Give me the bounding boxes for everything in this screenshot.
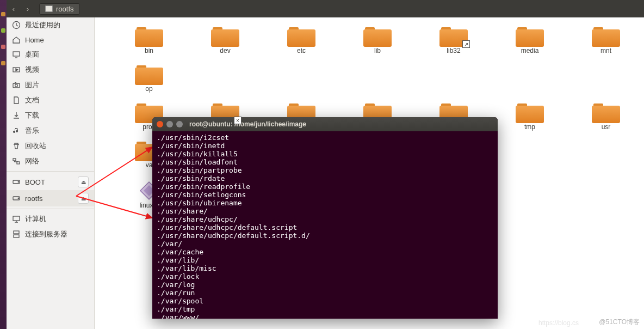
file-label: va bbox=[146, 161, 153, 169]
watermark-faint: https://blog.cs bbox=[538, 319, 579, 327]
svg-point-11 bbox=[18, 198, 19, 199]
folder-icon bbox=[211, 27, 239, 47]
sidebar-item-label: BOOT bbox=[25, 178, 45, 186]
file-label: dev bbox=[220, 47, 230, 54]
server-icon bbox=[12, 230, 21, 239]
sidebar: 最近使用的Home桌面视频图片文档下载音乐回收站网络 BOOT⏏rootfs⏏ … bbox=[7, 17, 95, 329]
svg-rect-14 bbox=[14, 235, 19, 237]
svg-rect-1 bbox=[13, 52, 20, 56]
sidebar-separator bbox=[7, 171, 94, 172]
folder-icon bbox=[363, 27, 392, 47]
file-lib32[interactable]: ↗lib32 bbox=[416, 27, 492, 65]
home-icon bbox=[12, 35, 21, 44]
folder-icon bbox=[592, 27, 620, 47]
file-label: usr bbox=[602, 123, 611, 131]
network-icon bbox=[12, 157, 21, 166]
desktop-icon bbox=[12, 50, 21, 59]
camera-icon bbox=[12, 81, 21, 89]
nav-forward-button[interactable]: › bbox=[21, 5, 35, 13]
sidebar-item-Home[interactable]: Home bbox=[7, 33, 94, 47]
terminal-output[interactable]: ./usr/sbin/i2cset ./usr/sbin/inetd ./usr… bbox=[152, 131, 498, 319]
sidebar-item-BOOT[interactable]: BOOT⏏ bbox=[7, 174, 94, 190]
file-label: mnt bbox=[600, 47, 611, 54]
computer-icon bbox=[12, 215, 21, 223]
file-label: bin bbox=[145, 47, 153, 54]
sidebar-item-label: rootfs bbox=[25, 194, 43, 203]
file-label: lib bbox=[374, 47, 381, 54]
sidebar-item-label: 桌面 bbox=[25, 50, 39, 59]
unity-launcher[interactable] bbox=[0, 0, 7, 329]
file-usr[interactable]: usr bbox=[568, 103, 644, 142]
eject-button[interactable]: ⏏ bbox=[78, 176, 89, 187]
sidebar-item-label: 回收站 bbox=[25, 141, 46, 151]
watermark: @51CTO博客 bbox=[599, 318, 640, 327]
trash-icon bbox=[12, 142, 21, 150]
sidebar-item-回收站[interactable]: 回收站 bbox=[7, 138, 94, 154]
path-bar[interactable]: rootfs bbox=[39, 3, 80, 15]
sidebar-item-下载[interactable]: 下载 bbox=[7, 108, 94, 123]
sidebar-item-label: Home bbox=[25, 36, 44, 44]
eject-button[interactable]: ⏏ bbox=[78, 193, 89, 204]
file-label: media bbox=[521, 47, 539, 54]
clock-icon bbox=[12, 21, 21, 29]
music-icon bbox=[12, 126, 21, 135]
sidebar-item-桌面[interactable]: 桌面 bbox=[7, 47, 94, 62]
file-label: lib32 bbox=[447, 47, 460, 54]
folder-icon bbox=[516, 27, 544, 47]
drive-icon bbox=[45, 5, 53, 12]
nav-back-button[interactable]: ‹ bbox=[7, 5, 21, 13]
sidebar-item-label: 图片 bbox=[25, 80, 39, 90]
svg-rect-13 bbox=[14, 231, 19, 234]
svg-rect-12 bbox=[13, 216, 20, 221]
file-lib[interactable]: lib bbox=[339, 27, 416, 65]
file-etc[interactable]: etc bbox=[263, 27, 339, 65]
file-tmp[interactable]: tmp bbox=[492, 103, 568, 142]
video-icon bbox=[12, 65, 21, 74]
folder-icon bbox=[287, 27, 315, 47]
sidebar-item-label: 网络 bbox=[25, 156, 39, 166]
file-manager-toolbar: ‹ › rootfs bbox=[7, 0, 644, 17]
download-icon bbox=[12, 111, 21, 120]
sidebar-item-网络[interactable]: 网络 bbox=[7, 154, 94, 169]
file-label: etc bbox=[297, 47, 306, 54]
folder-icon bbox=[592, 103, 620, 123]
sidebar-item-label: 文档 bbox=[25, 95, 39, 105]
window-minimize-button[interactable] bbox=[166, 121, 173, 127]
sidebar-item-最近使用的[interactable]: 最近使用的 bbox=[7, 17, 94, 33]
sidebar-item-图片[interactable]: 图片 bbox=[7, 77, 94, 93]
path-label: rootfs bbox=[56, 5, 74, 13]
sidebar-item-音乐[interactable]: 音乐 bbox=[7, 123, 94, 138]
drive-icon bbox=[12, 178, 21, 186]
sidebar-item-连接到服务器[interactable]: 连接到服务器 bbox=[7, 227, 94, 242]
sidebar-item-label: 计算机 bbox=[25, 214, 46, 224]
svg-point-4 bbox=[15, 84, 18, 87]
doc-icon bbox=[12, 96, 21, 105]
sidebar-item-rootfs[interactable]: rootfs⏏ bbox=[7, 190, 94, 206]
file-label: tmp bbox=[524, 123, 535, 131]
sidebar-item-文档[interactable]: 文档 bbox=[7, 93, 94, 108]
svg-rect-5 bbox=[15, 82, 16, 83]
window-maximize-button[interactable] bbox=[176, 121, 183, 127]
file-op[interactable]: op bbox=[111, 65, 187, 103]
sidebar-item-label: 最近使用的 bbox=[25, 20, 60, 30]
file-bin[interactable]: bin bbox=[111, 27, 187, 65]
window-close-button[interactable] bbox=[157, 121, 163, 127]
folder-icon bbox=[135, 65, 163, 85]
svg-rect-6 bbox=[13, 159, 16, 161]
file-mnt[interactable]: mnt bbox=[568, 27, 644, 65]
sidebar-item-视频[interactable]: 视频 bbox=[7, 62, 94, 77]
file-dev[interactable]: dev bbox=[187, 27, 263, 65]
file-label: op bbox=[145, 85, 152, 93]
sidebar-item-label: 下载 bbox=[25, 111, 39, 120]
sidebar-item-label: 音乐 bbox=[25, 126, 39, 136]
folder-icon bbox=[135, 27, 163, 47]
svg-point-9 bbox=[18, 181, 19, 182]
file-media[interactable]: media bbox=[492, 27, 568, 65]
sidebar-item-label: 视频 bbox=[25, 65, 39, 75]
terminal-window[interactable]: root@ubuntu: /home/jun/lichee/image ./us… bbox=[152, 117, 498, 319]
terminal-title: root@ubuntu: /home/jun/lichee/image bbox=[189, 120, 306, 128]
sidebar-separator bbox=[7, 209, 94, 209]
sidebar-item-计算机[interactable]: 计算机 bbox=[7, 211, 94, 227]
terminal-titlebar[interactable]: root@ubuntu: /home/jun/lichee/image bbox=[152, 117, 498, 131]
folder-icon bbox=[516, 103, 544, 123]
